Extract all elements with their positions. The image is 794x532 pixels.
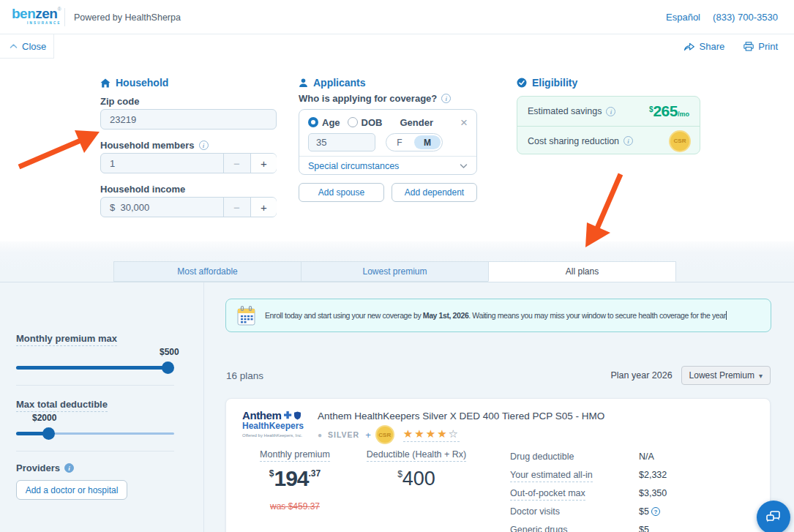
anthem-cross-shield-icon: [284, 411, 302, 420]
metal-level: SILVER: [328, 430, 359, 439]
tab-lowest-premium[interactable]: Lowest premium: [301, 261, 489, 282]
issuer-subname: HealthKeepers: [242, 422, 319, 432]
filter-divider: [16, 385, 174, 386]
tab-most-affordable[interactable]: Most affordable: [113, 261, 302, 282]
was-price: was $459.37: [239, 501, 351, 512]
premium-max-value: $500: [160, 347, 179, 357]
deductible-label[interactable]: Deductible (Health + Rx): [367, 449, 467, 462]
eligibility-card: Estimated savings $265/mo Cost sharing r…: [517, 96, 700, 154]
detail-value: $2,332: [639, 470, 667, 480]
gender-male-option[interactable]: M: [414, 135, 441, 149]
members-label: Household members: [100, 140, 209, 151]
share-icon: [683, 42, 695, 51]
detail-label[interactable]: Your estimated all-in: [510, 470, 639, 480]
annotation-arrow-all-plans: [575, 170, 630, 252]
share-button[interactable]: Share: [683, 41, 725, 52]
deductible-max-label[interactable]: Max total deductible: [16, 399, 108, 412]
premium-max-slider[interactable]: [16, 361, 174, 373]
logo-subtitle: INSURANCE: [12, 22, 61, 26]
gender-toggle[interactable]: F M: [386, 133, 443, 151]
premium-max-label[interactable]: Monthly premium max: [16, 333, 117, 346]
savings-label: Estimated savings: [528, 106, 615, 116]
providers-label: Providers: [16, 462, 74, 473]
plan-tabs: Most affordable Lowest premium All plans: [113, 261, 676, 282]
household-title: Household: [100, 77, 168, 89]
premium-slider-thumb[interactable]: [162, 361, 174, 374]
print-button[interactable]: Print: [744, 41, 778, 52]
star-rating[interactable]: ★★★★☆: [403, 428, 460, 442]
plus-glyph: +: [365, 430, 371, 441]
detail-row: Out-of-pocket max $3,350: [510, 484, 752, 502]
detail-value: $3,350: [639, 488, 667, 498]
sort-dropdown[interactable]: Lowest Premium ▾: [681, 366, 771, 385]
tab-bottom-border: [0, 282, 794, 282]
close-button[interactable]: Close: [0, 34, 54, 59]
info-icon[interactable]: [199, 141, 209, 150]
detail-row: Drug deductible N/A: [510, 447, 752, 465]
add-dependent-button[interactable]: Add dependent: [392, 183, 477, 202]
deductible-price: $400: [356, 468, 476, 490]
dob-radio[interactable]: [348, 117, 358, 127]
info-icon[interactable]: [606, 107, 615, 116]
income-minus-button[interactable]: −: [223, 198, 250, 217]
close-label: Close: [22, 41, 46, 52]
premium-label[interactable]: Monthly premium: [260, 449, 330, 462]
benzen-logo[interactable]: benzen® INSURANCE: [12, 7, 61, 26]
dob-radio-label[interactable]: DOB: [362, 117, 383, 128]
deductible-max-value: $2000: [32, 413, 56, 423]
info-icon[interactable]: [64, 463, 74, 473]
detail-label[interactable]: Out-of-pocket max: [510, 488, 639, 498]
caret-down-icon: ▾: [759, 372, 763, 380]
applicants-title: Applicants: [299, 77, 366, 89]
add-spouse-button[interactable]: Add spouse: [299, 183, 384, 202]
income-stepper: − +: [100, 197, 277, 217]
plan-details-list: Drug deductible N/A Your estimated all-i…: [510, 447, 752, 532]
csr-label: Cost sharing reduction: [528, 136, 633, 146]
chat-button[interactable]: [757, 501, 790, 532]
plan-card: Anthem HealthKeepers Offered by HealthKe…: [225, 398, 771, 532]
plan-name: Anthem HealthKeepers Silver X DED 400 Ti…: [318, 411, 604, 422]
chevron-down-icon: [460, 163, 468, 169]
detail-row: Doctor visits $5: [510, 502, 752, 520]
results-controls: Plan year 2026 Lowest Premium ▾: [611, 366, 771, 385]
detail-label: Drug deductible: [510, 452, 639, 462]
enrollment-banner: Enroll today and start using your new co…: [225, 299, 771, 332]
age-radio-label[interactable]: Age: [322, 117, 340, 128]
monthly-premium-block: Monthly premium $194.37 was $459.37: [239, 449, 351, 512]
gender-female-option[interactable]: F: [386, 134, 413, 151]
remove-applicant-icon[interactable]: [460, 116, 468, 129]
estimated-savings-row: Estimated savings $265/mo: [517, 97, 700, 126]
language-link[interactable]: Español: [666, 12, 700, 23]
age-input[interactable]: [308, 133, 375, 151]
plans-count: 16 plans: [226, 370, 263, 381]
detail-row: Generic drugs $5: [510, 520, 752, 532]
info-icon[interactable]: [623, 136, 633, 146]
age-radio[interactable]: [308, 117, 318, 127]
quote-page: benzen® INSURANCE Powered by HealthSherp…: [0, 0, 794, 532]
annotation-arrow-zip: [13, 123, 105, 174]
issuer-logo: Anthem HealthKeepers Offered by HealthKe…: [242, 409, 319, 438]
income-plus-button[interactable]: +: [250, 198, 277, 217]
house-icon: [100, 78, 111, 88]
banner-date: May 1st, 2026: [423, 311, 469, 320]
tab-all-plans[interactable]: All plans: [488, 261, 676, 282]
phone-link[interactable]: (833) 700-3530: [713, 12, 778, 23]
eligibility-title: Eligibility: [517, 77, 577, 89]
add-provider-button[interactable]: Add a doctor or hospital: [16, 480, 127, 500]
deductible-block: Deductible (Health + Rx) $400: [356, 449, 476, 490]
members-minus-button[interactable]: −: [223, 154, 250, 173]
deductible-max-slider[interactable]: [16, 427, 174, 439]
detail-label: Doctor visits: [510, 506, 639, 517]
question-info-icon[interactable]: [651, 507, 660, 516]
info-icon[interactable]: [441, 94, 451, 103]
deductible-slider-thumb[interactable]: [42, 427, 55, 440]
zip-input[interactable]: [100, 109, 277, 130]
applicants-question: Who is applying for coverage?: [299, 93, 451, 104]
special-circumstances-toggle[interactable]: Special circumstances: [299, 156, 476, 175]
calendar-icon: [236, 305, 256, 326]
share-label: Share: [700, 41, 725, 52]
person-icon: [299, 78, 308, 88]
detail-label: Generic drugs: [510, 525, 639, 532]
applicant-card: Age DOB Gender F M Special circumstances: [299, 109, 477, 175]
members-plus-button[interactable]: +: [250, 154, 277, 173]
